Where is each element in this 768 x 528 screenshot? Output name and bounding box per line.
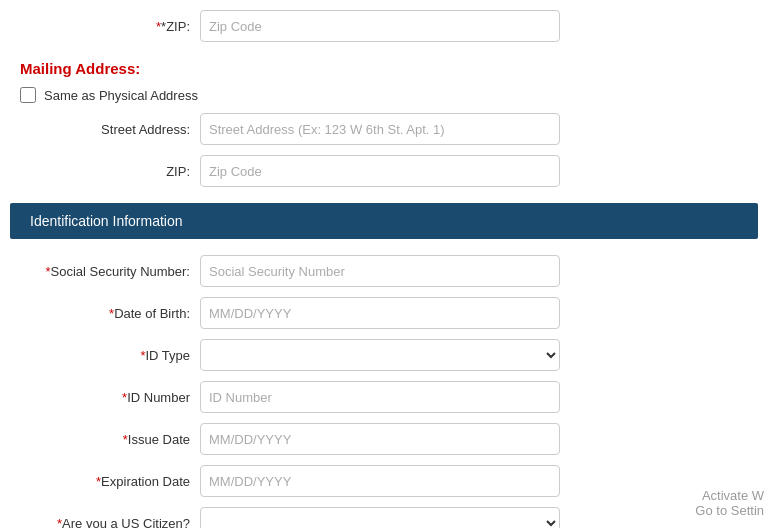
issue-date-row: *Issue Date — [0, 423, 768, 455]
issue-date-input[interactable] — [200, 423, 560, 455]
same-as-physical-label: Same as Physical Address — [44, 88, 198, 103]
expiration-date-label: *Expiration Date — [20, 474, 200, 489]
ssn-label: *Social Security Number: — [20, 264, 200, 279]
expiration-date-input[interactable] — [200, 465, 560, 497]
top-zip-label: **ZIP: — [20, 19, 200, 34]
issue-date-label: *Issue Date — [20, 432, 200, 447]
id-number-input[interactable] — [200, 381, 560, 413]
page-wrapper: **ZIP: Mailing Address: Same as Physical… — [0, 0, 768, 528]
us-citizen-row: *Are you a US Citizen? — [0, 507, 768, 528]
mailing-zip-input[interactable] — [200, 155, 560, 187]
id-type-label: *ID Type — [20, 348, 200, 363]
mailing-zip-label: ZIP: — [20, 164, 200, 179]
dob-input[interactable] — [200, 297, 560, 329]
top-zip-row: **ZIP: — [0, 10, 768, 42]
mailing-address-heading: Mailing Address: — [0, 52, 768, 83]
street-address-input[interactable] — [200, 113, 560, 145]
same-as-physical-row: Same as Physical Address — [0, 83, 768, 113]
same-as-physical-checkbox[interactable] — [20, 87, 36, 103]
mailing-address-title: Mailing Address: — [20, 60, 140, 77]
identification-banner: Identification Information — [10, 203, 758, 239]
id-type-select[interactable] — [200, 339, 560, 371]
id-number-row: *ID Number — [0, 381, 768, 413]
us-citizen-select[interactable] — [200, 507, 560, 528]
ssn-input[interactable] — [200, 255, 560, 287]
dob-row: *Date of Birth: — [0, 297, 768, 329]
id-type-row: *ID Type — [0, 339, 768, 371]
top-zip-input[interactable] — [200, 10, 560, 42]
street-address-label: Street Address: — [20, 122, 200, 137]
dob-label: *Date of Birth: — [20, 306, 200, 321]
ssn-row: *Social Security Number: — [0, 255, 768, 287]
expiration-date-row: *Expiration Date — [0, 465, 768, 497]
us-citizen-label: *Are you a US Citizen? — [20, 516, 200, 529]
mailing-zip-row: ZIP: — [0, 155, 768, 187]
id-number-label: *ID Number — [20, 390, 200, 405]
street-address-row: Street Address: — [0, 113, 768, 145]
